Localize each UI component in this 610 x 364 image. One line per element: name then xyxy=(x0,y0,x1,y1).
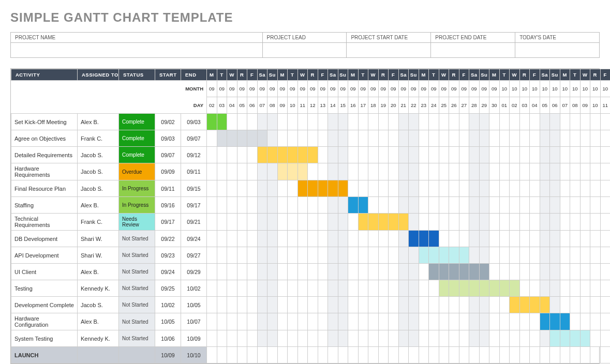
gantt-cell[interactable] xyxy=(257,231,267,247)
gantt-cell[interactable] xyxy=(308,231,318,247)
gantt-cell[interactable] xyxy=(378,313,389,330)
gantt-cell[interactable] xyxy=(600,313,610,330)
gantt-cell[interactable] xyxy=(277,313,288,330)
gantt-cell[interactable] xyxy=(499,297,510,313)
gantt-cell[interactable] xyxy=(217,231,227,247)
gantt-cell[interactable] xyxy=(510,313,520,330)
gantt-cell[interactable] xyxy=(378,214,389,231)
gantt-cell[interactable] xyxy=(308,214,318,231)
gantt-cell[interactable] xyxy=(217,214,227,231)
gantt-cell[interactable] xyxy=(217,280,227,297)
gantt-cell[interactable] xyxy=(459,180,469,197)
gantt-cell[interactable] xyxy=(479,264,489,280)
gantt-cell[interactable] xyxy=(297,130,308,147)
gantt-cell[interactable] xyxy=(348,163,359,180)
gantt-cell[interactable] xyxy=(247,297,258,313)
gantt-cell[interactable] xyxy=(540,247,550,264)
gantt-cell[interactable] xyxy=(207,163,217,180)
status-cell[interactable]: Not Started xyxy=(119,313,155,330)
assigned-cell[interactable]: Kennedy K. xyxy=(78,330,119,347)
gantt-cell[interactable] xyxy=(297,180,308,197)
gantt-cell[interactable] xyxy=(227,330,237,347)
gantt-cell[interactable] xyxy=(590,280,601,297)
gantt-cell[interactable] xyxy=(237,297,247,313)
gantt-cell[interactable] xyxy=(398,330,409,347)
gantt-cell[interactable] xyxy=(358,280,368,297)
assigned-cell[interactable]: Alex B. xyxy=(78,197,119,214)
gantt-cell[interactable] xyxy=(550,280,560,297)
gantt-cell[interactable] xyxy=(580,280,590,297)
gantt-cell[interactable] xyxy=(459,313,469,330)
gantt-cell[interactable] xyxy=(419,147,429,163)
gantt-cell[interactable] xyxy=(267,130,278,147)
gantt-cell[interactable] xyxy=(479,197,489,214)
gantt-cell[interactable] xyxy=(550,297,560,313)
gantt-cell[interactable] xyxy=(348,264,359,280)
gantt-cell[interactable] xyxy=(247,197,258,214)
gantt-cell[interactable] xyxy=(217,264,227,280)
gantt-cell[interactable] xyxy=(398,114,409,130)
project-name-input[interactable] xyxy=(11,43,262,57)
start-date-cell[interactable]: 10/02 xyxy=(155,297,181,313)
activity-cell[interactable]: Testing xyxy=(11,280,78,297)
gantt-cell[interactable] xyxy=(419,231,429,247)
gantt-cell[interactable] xyxy=(318,330,328,347)
end-date-cell[interactable]: 10/09 xyxy=(181,330,207,347)
gantt-cell[interactable] xyxy=(267,231,278,247)
gantt-cell[interactable] xyxy=(489,347,500,363)
gantt-cell[interactable] xyxy=(378,330,389,347)
gantt-cell[interactable] xyxy=(580,130,590,147)
gantt-cell[interactable] xyxy=(429,180,439,197)
gantt-cell[interactable] xyxy=(217,297,227,313)
gantt-cell[interactable] xyxy=(237,247,247,264)
gantt-cell[interactable] xyxy=(247,214,258,231)
gantt-cell[interactable] xyxy=(297,330,308,347)
gantt-cell[interactable] xyxy=(358,130,368,147)
gantt-cell[interactable] xyxy=(338,214,348,231)
gantt-cell[interactable] xyxy=(429,214,439,231)
gantt-cell[interactable] xyxy=(277,347,288,363)
gantt-cell[interactable] xyxy=(489,231,500,247)
gantt-cell[interactable] xyxy=(328,247,338,264)
gantt-cell[interactable] xyxy=(429,264,439,280)
project-start-date-input[interactable] xyxy=(347,43,430,57)
gantt-cell[interactable] xyxy=(328,214,338,231)
gantt-cell[interactable] xyxy=(459,264,469,280)
gantt-cell[interactable] xyxy=(439,214,449,231)
gantt-cell[interactable] xyxy=(368,231,379,247)
gantt-cell[interactable] xyxy=(308,347,318,363)
gantt-cell[interactable] xyxy=(398,231,409,247)
gantt-cell[interactable] xyxy=(459,147,469,163)
gantt-cell[interactable] xyxy=(519,163,530,180)
gantt-cell[interactable] xyxy=(439,147,449,163)
gantt-cell[interactable] xyxy=(227,197,237,214)
gantt-cell[interactable] xyxy=(217,197,227,214)
gantt-cell[interactable] xyxy=(519,197,530,214)
activity-cell[interactable]: DB Development xyxy=(11,231,78,247)
assigned-cell[interactable]: Frank C. xyxy=(78,214,119,231)
gantt-cell[interactable] xyxy=(267,264,278,280)
gantt-cell[interactable] xyxy=(257,180,267,197)
gantt-cell[interactable] xyxy=(267,180,278,197)
end-date-cell[interactable]: 10/10 xyxy=(181,347,207,363)
gantt-cell[interactable] xyxy=(358,163,368,180)
gantt-cell[interactable] xyxy=(570,231,581,247)
gantt-cell[interactable] xyxy=(550,114,560,130)
gantt-cell[interactable] xyxy=(308,163,318,180)
gantt-cell[interactable] xyxy=(227,247,237,264)
gantt-cell[interactable] xyxy=(519,297,530,313)
assigned-cell[interactable]: Jacob S. xyxy=(78,163,119,180)
gantt-cell[interactable] xyxy=(308,180,318,197)
gantt-cell[interactable] xyxy=(338,231,348,247)
gantt-cell[interactable] xyxy=(288,297,298,313)
gantt-cell[interactable] xyxy=(499,280,510,297)
gantt-cell[interactable] xyxy=(439,197,449,214)
gantt-cell[interactable] xyxy=(297,247,308,264)
gantt-cell[interactable] xyxy=(550,264,560,280)
gantt-cell[interactable] xyxy=(429,280,439,297)
gantt-cell[interactable] xyxy=(398,247,409,264)
gantt-cell[interactable] xyxy=(389,264,399,280)
gantt-cell[interactable] xyxy=(449,163,459,180)
gantt-cell[interactable] xyxy=(308,313,318,330)
gantt-cell[interactable] xyxy=(459,114,469,130)
